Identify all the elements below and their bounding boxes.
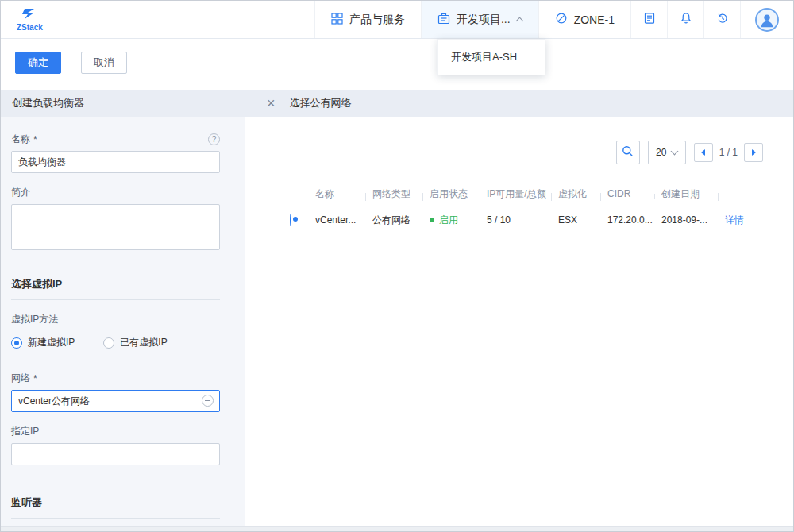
picker-toolbar: 20 1 / 1 (245, 117, 793, 164)
header-name: 名称 (315, 187, 372, 201)
top-navbar: ZStack 产品与服务 开发项目... ZONE-1 (1, 1, 793, 39)
name-label: 名称 * (11, 133, 220, 146)
create-loadbalancer-panel: 创建负载均衡器 名称 * 简介 选择虚拟IP 虚拟IP方法 (1, 90, 245, 531)
specified-ip-input[interactable] (11, 443, 220, 465)
description-label: 简介 (11, 186, 220, 199)
nav-item-label: 开发项目... (457, 13, 511, 27)
specified-ip-label: 指定IP (11, 425, 220, 438)
console-button[interactable] (630, 1, 667, 38)
next-page-button[interactable] (744, 143, 763, 162)
page-size-value: 20 (656, 147, 666, 158)
search-button[interactable] (616, 141, 640, 164)
chevron-down-icon (671, 148, 679, 156)
pagination: 1 / 1 (694, 143, 763, 162)
zstack-logo-text: ZStack (17, 23, 43, 32)
page-indicator: 1 / 1 (719, 147, 738, 158)
nav-item-label: 产品与服务 (349, 13, 405, 27)
action-bar: 确定 取消 (15, 52, 127, 74)
zone-icon (555, 12, 568, 27)
name-input[interactable] (11, 151, 220, 173)
row-type: 公有网络 (372, 214, 430, 227)
zstack-logo[interactable]: ZStack (1, 1, 59, 38)
row-radio-cell (290, 214, 315, 226)
listener-section-title: 监听器 (11, 495, 220, 519)
row-ip-usage: 5 / 10 (487, 214, 558, 226)
project-icon (437, 13, 450, 27)
document-icon (643, 12, 656, 28)
row-radio[interactable] (290, 214, 291, 226)
create-loadbalancer-form: 名称 * 简介 选择虚拟IP 虚拟IP方法 新建虚拟IP (1, 117, 245, 531)
public-network-picker: 选择公有网络 20 1 / 1 (245, 90, 793, 531)
zstack-app: ZStack 产品与服务 开发项目... ZONE-1 (0, 0, 794, 532)
header-hypervisor: 虚拟化 (558, 187, 607, 201)
radio-icon (11, 337, 22, 349)
required-mark: * (33, 134, 37, 145)
content-area: 创建负载均衡器 名称 * 简介 选择虚拟IP 虚拟IP方法 (1, 90, 793, 531)
search-icon (622, 145, 634, 160)
vip-method-options: 新建虚拟IP 已有虚拟IP (11, 336, 220, 349)
network-input-wrap (11, 390, 220, 412)
notifications-button[interactable] (667, 1, 703, 38)
help-icon[interactable] (208, 133, 220, 145)
cancel-button[interactable]: 取消 (81, 52, 127, 74)
history-icon (716, 12, 729, 28)
chevron-up-icon (515, 17, 523, 25)
confirm-button[interactable]: 确定 (15, 52, 61, 74)
page-size-select[interactable]: 20 (648, 141, 686, 164)
header-status: 启用状态 (430, 187, 487, 201)
required-mark: * (33, 373, 37, 384)
table-header-row: 名称 网络类型 启用状态 IP可用量/总额 虚拟化 CIDR 创建日期 (290, 183, 769, 204)
header-type: 网络类型 (372, 187, 430, 201)
vip-section-title: 选择虚拟IP (11, 277, 220, 300)
zstack-logo-icon (22, 8, 37, 22)
next-arrow-icon (752, 149, 756, 156)
header-ip-usage: IP可用量/总额 (487, 187, 558, 201)
row-name: vCenter... (315, 214, 372, 226)
horizontal-scrollbar[interactable] (1, 526, 793, 531)
navbar-right: 产品与服务 开发项目... ZONE-1 (314, 1, 793, 38)
radio-icon (103, 337, 114, 349)
row-cidr: 172.20.0... (607, 214, 661, 226)
row-detail-link[interactable]: 详情 (725, 214, 769, 227)
grid-icon (331, 13, 343, 27)
nav-item-label: ZONE-1 (574, 13, 615, 26)
header-cidr: CIDR (607, 188, 661, 199)
header-created: 创建日期 (661, 187, 725, 201)
close-icon[interactable] (267, 96, 276, 110)
panel-title: 创建负载均衡器 (1, 90, 245, 117)
user-menu[interactable] (740, 1, 793, 38)
nav-item-products[interactable]: 产品与服务 (314, 1, 421, 38)
network-label: 网络 * (11, 372, 220, 385)
history-button[interactable] (703, 1, 740, 38)
row-hypervisor: ESX (558, 214, 607, 226)
remove-network-icon[interactable] (202, 395, 214, 407)
project-dropdown-item[interactable]: 开发项目A-SH (438, 40, 545, 75)
picker-title: 选择公有网络 (290, 96, 352, 110)
nav-item-zone[interactable]: ZONE-1 (538, 1, 630, 38)
project-dropdown: 开发项目A-SH (437, 39, 545, 75)
bell-icon (680, 12, 692, 28)
nav-item-project[interactable]: 开发项目... (421, 1, 538, 38)
row-created: 2018-09-... (661, 214, 725, 226)
avatar (755, 8, 779, 32)
radio-new-vip[interactable]: 新建虚拟IP (11, 336, 75, 349)
create-loadbalancer-title: 创建负载均衡器 (12, 96, 84, 110)
prev-page-button[interactable] (694, 143, 713, 162)
row-status: 启用 (430, 214, 487, 227)
network-input[interactable] (11, 390, 220, 412)
picker-header: 选择公有网络 (245, 90, 793, 117)
network-table: 名称 网络类型 启用状态 IP可用量/总额 虚拟化 CIDR 创建日期 vCen… (290, 183, 769, 236)
prev-arrow-icon (701, 149, 705, 156)
radio-existing-vip[interactable]: 已有虚拟IP (103, 336, 167, 349)
description-textarea[interactable] (11, 204, 220, 250)
vip-method-label: 虚拟IP方法 (11, 313, 220, 326)
table-row[interactable]: vCenter... 公有网络 启用 5 / 10 ESX 172.20.0..… (290, 204, 769, 236)
status-dot-icon (430, 218, 434, 222)
